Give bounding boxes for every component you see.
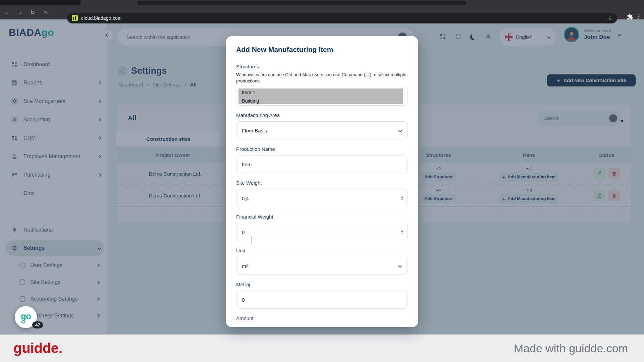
field-metraj: Metraj: [236, 282, 408, 309]
guidde-widget-bubble[interactable]: go 47: [15, 306, 37, 328]
browser-menu-icon[interactable]: ⋮: [635, 13, 642, 20]
multiselect-option-item1[interactable]: Item 1: [238, 88, 403, 97]
structures-help-text: Windows users can use Ctrl and Mac users…: [236, 71, 408, 84]
browser-chrome: ← → ↻ ⌂ cloud.biadago.com ☆ ⋮: [0, 0, 644, 19]
field-unit: Unit m²: [236, 248, 408, 275]
field-label: Unit: [236, 248, 408, 253]
text-cursor: [252, 237, 252, 243]
field-label: Site Weight: [236, 180, 408, 186]
chevron-down-icon: [398, 128, 402, 132]
field-manufacturing-area: Manufacturing Area Floor Basis: [236, 112, 408, 139]
guidde-tagline: Made with guidde.com: [514, 342, 628, 355]
number-stepper[interactable]: ▴▾: [401, 195, 403, 201]
site-favicon: [72, 15, 78, 21]
field-site-weight: Site Weight ▴▾: [236, 180, 408, 207]
number-stepper[interactable]: ▴▾: [401, 229, 403, 235]
financial-weight-input[interactable]: [242, 229, 402, 235]
select-value: Floor Basis: [242, 128, 267, 133]
home-icon[interactable]: ⌂: [40, 7, 51, 17]
browser-tab-strip: [0, 0, 644, 5]
guidde-bubble-logo: go: [21, 311, 31, 321]
bookmark-star-icon[interactable]: ☆: [608, 15, 612, 21]
field-label: Production Name: [236, 146, 408, 152]
forward-icon[interactable]: →: [14, 7, 25, 17]
field-label: Manufacturing Area: [236, 112, 408, 118]
manufacturing-area-select[interactable]: Floor Basis: [236, 121, 408, 139]
field-production-name: Production Name: [236, 146, 408, 173]
browser-toolbar: ← → ↻ ⌂ cloud.biadago.com ☆ ⋮: [0, 5, 644, 19]
structures-label: Structures: [236, 64, 408, 69]
address-bar[interactable]: cloud.biadago.com ☆: [67, 13, 617, 23]
production-name-input[interactable]: [242, 162, 402, 167]
guidde-logo: guidde.: [13, 340, 62, 356]
back-icon[interactable]: ←: [1, 7, 13, 17]
metraj-input[interactable]: [242, 297, 402, 303]
site-weight-input[interactable]: [242, 195, 402, 201]
url-text: cloud.biadago.com: [81, 15, 122, 21]
modal-title: Add New Manufacturing Item: [236, 46, 408, 54]
chevron-down-icon: [398, 264, 402, 267]
guidde-smile-icon: [21, 321, 25, 323]
browser-active-tab[interactable]: [138, 1, 466, 5]
field-label: Metraj: [236, 282, 408, 287]
field-financial-weight: Financial Weight ▴▾: [236, 214, 408, 241]
structures-multiselect[interactable]: Item 1 Building: [236, 87, 408, 106]
select-value: m²: [242, 263, 248, 269]
reload-icon[interactable]: ↻: [27, 7, 38, 17]
multiselect-option-building[interactable]: Building: [238, 97, 403, 105]
field-label: Financial Weight: [236, 214, 408, 220]
guidde-step-badge: 47: [32, 321, 43, 328]
window-controls-area: [0, 0, 80, 5]
extensions-icon[interactable]: [627, 13, 634, 21]
guidde-footer: guidde. Made with guidde.com: [0, 335, 644, 362]
add-manufacturing-item-modal: Add New Manufacturing Item Structures Wi…: [226, 36, 418, 327]
amount-label: Amount: [236, 315, 408, 321]
unit-select[interactable]: m²: [236, 257, 408, 275]
